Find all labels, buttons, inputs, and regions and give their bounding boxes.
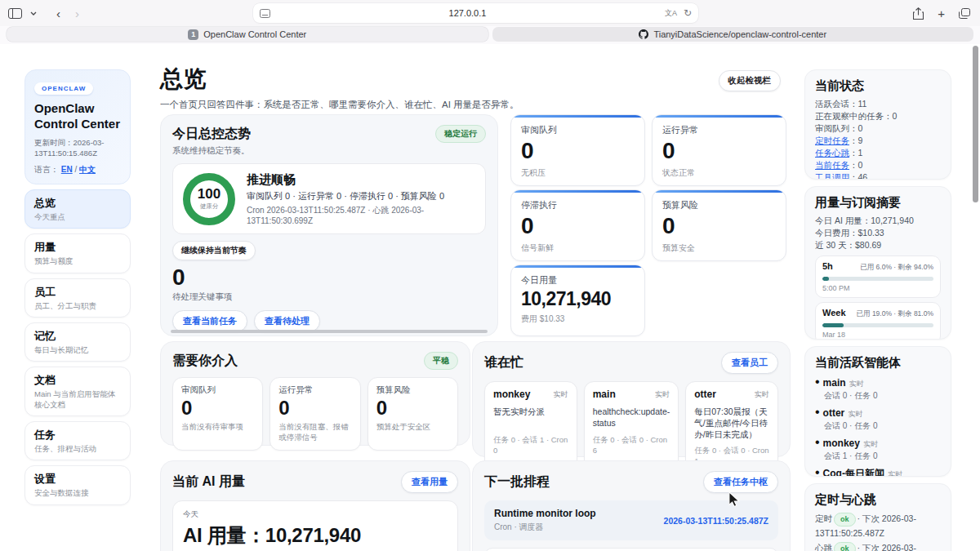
schedule-item-heartbeat-worker[interactable]: Task heartbeat worker [484,548,778,551]
collapse-inspector-button[interactable]: 收起检视栏 [719,70,782,91]
status-label: 审阅队列 [815,123,849,133]
view-staff-button[interactable]: 查看员工 [721,352,778,374]
window-note: Mar 18 [822,331,933,339]
status-row: 工具调用：46 [815,171,941,180]
bullet-icon: • [815,405,820,419]
vertical-scrollbar[interactable] [973,46,978,202]
schedule-item-name: Runtime monitor loop [494,508,596,519]
horizontal-scrollbar[interactable] [171,330,488,333]
sidebar-item-docs[interactable]: 文档 Main 与当前启用智能体核心文档 [24,367,131,416]
task-heartbeat-link[interactable]: 任务心跳 [815,148,849,158]
page-title: 总览 [160,64,789,95]
window-note: 5:00 PM [822,284,933,292]
url-text[interactable]: 127.0.0.1 [270,8,665,18]
colon: ： [849,99,858,109]
realtime-tag: 实时 [863,440,878,448]
chevron-down-icon[interactable] [30,11,37,16]
sidebar-item-tasks[interactable]: 任务 任务、排程与活动 [24,421,131,460]
window-name: Week [822,308,846,318]
stat-note: 信号新鲜 [521,242,635,254]
bullet-icon: • [815,435,820,449]
card-value: 0 [181,398,254,418]
status-value: 46 [858,172,868,180]
tool-calls-link[interactable]: 工具调用 [815,172,849,180]
colon: ： [849,172,858,180]
stat-note: 状态正常 [662,167,776,179]
pending-count: 0 [172,266,486,289]
sidebar-item-settings[interactable]: 设置 安全与数据连接 [24,465,131,504]
tab-strip: 1 OpenClaw Control Center TianyiDataScie… [0,26,980,44]
busy-title: 谁在忙 [484,354,523,371]
back-icon[interactable]: ‹ [56,7,60,20]
brand-card: OPENCLAW OpenClaw Control Center 更新时间：20… [24,69,131,184]
reload-icon[interactable]: ↻ [684,7,692,19]
cron-tasks-link[interactable]: 定时任务 [815,136,849,145]
cron-heartbeat-title: 定时与心跳 [815,492,941,508]
nav-label: 总览 [34,196,121,211]
realtime-tag: 实时 [888,470,902,477]
window-detail: 已用 6.0% · 剩余 94.0% [860,263,933,273]
sidebar-item-staff[interactable]: 员工 员工、分工与职责 [24,278,131,318]
sidebar-item-memory[interactable]: 记忆 每日与长期记忆 [24,322,131,362]
view-task-hub-button[interactable]: 查看任务中枢 [703,471,778,493]
keep-pace-button[interactable]: 继续保持当前节奏 [172,241,256,260]
forward-icon: › [75,7,79,20]
heartbeat-row: 心跳ok· 下次 2026-03-13T11:50:30.699Z [815,541,941,551]
brand-updated: 更新时间：2026-03-13T11:50:15.486Z [34,137,121,160]
colon: ： [849,136,858,145]
ok-badge: ok [834,542,856,551]
view-pending-button[interactable]: 查看待处理 [254,310,320,332]
address-bar[interactable]: 127.0.0.1 文A ↻ [253,3,698,23]
nav-desc: 预算与额度 [34,256,121,266]
status-title: 当前状态 [815,78,941,94]
attention-card-review: 审阅队列 0 当前没有待审事项 [172,377,263,451]
ai-usage-title: 当前 AI 用量 [172,473,245,491]
status-row: 活跃会话：11 [815,98,941,110]
agent-task: healthcheck:update-status [593,406,670,430]
tab-overview-icon[interactable] [959,8,970,19]
language-switch: 语言： EN / 中文 [34,164,121,176]
health-status-title: 推进顺畅 [247,172,475,188]
status-row: 定时任务：9 [815,135,941,147]
usage-period: 今天 [183,509,448,520]
window-name: 5h [822,261,833,271]
browser-window: ‹ › 127.0.0.1 文A ↻ + 1 OpenClaw Control … [0,0,980,551]
stat-today-usage: 今日用量 10,271,940 费用 $10.33 [510,264,645,336]
ai-usage-card: 今天 AI 用量：10,271,940 预估费用：$10.33 请求数：101 [172,500,458,551]
sidebar-toggle-icon[interactable] [8,8,22,19]
card-value: 0 [376,398,449,418]
today-subtitle: 系统维持稳定节奏。 [172,145,486,157]
nav-label: 任务 [34,428,121,442]
window-detail: 已用 19.0% · 剩余 81.0% [857,309,933,319]
view-usage-button[interactable]: 查看用量 [401,471,458,493]
stat-review-queue: 审阅队列 0 无积压 [510,114,645,186]
usage-summary-row: 今日 AI 用量：10,271,940 [815,215,941,227]
brand-title: OpenClaw Control Center [34,101,121,132]
agent-name: Coq-每日新闻 [823,468,884,477]
language-en-link[interactable]: EN [61,165,73,174]
new-tab-icon[interactable]: + [938,7,945,20]
agent-task: 暂无实时分派 [493,406,568,430]
card-note: 预算处于安全区 [376,422,449,433]
agent-name: otter [823,407,845,419]
sidebar-item-usage[interactable]: 用量 预算与额度 [24,233,131,273]
share-icon[interactable] [913,7,924,20]
stat-label: 审阅队列 [521,124,635,136]
language-zh-link[interactable]: 中文 [79,165,96,174]
status-label: 正在观察中的任务 [815,111,884,121]
translate-icon[interactable]: 文A [665,8,677,19]
view-current-tasks-button[interactable]: 查看当前任务 [172,310,247,332]
heartbeat-label: 心跳 [815,543,832,551]
nav-desc: 每日与长期记忆 [34,345,121,355]
status-row: 当前任务：0 [815,159,941,171]
agent-name: main [593,389,616,400]
agent-meta: 会话 0 · 任务 0 [824,390,941,402]
sidebar-item-overview[interactable]: 总览 今天重点 [24,189,131,229]
nav-label: 记忆 [34,329,121,344]
page-format-icon[interactable] [260,9,270,18]
dashboard-page: OPENCLAW OpenClaw Control Center 更新时间：20… [0,44,980,551]
current-tasks-link[interactable]: 当前任务 [815,160,849,170]
tab-openclaw[interactable]: 1 OpenClaw Control Center [7,27,488,42]
tab-github[interactable]: TianyiDataScience/openclaw-control-cente… [492,27,974,42]
health-score-label: 健康分 [200,202,219,211]
